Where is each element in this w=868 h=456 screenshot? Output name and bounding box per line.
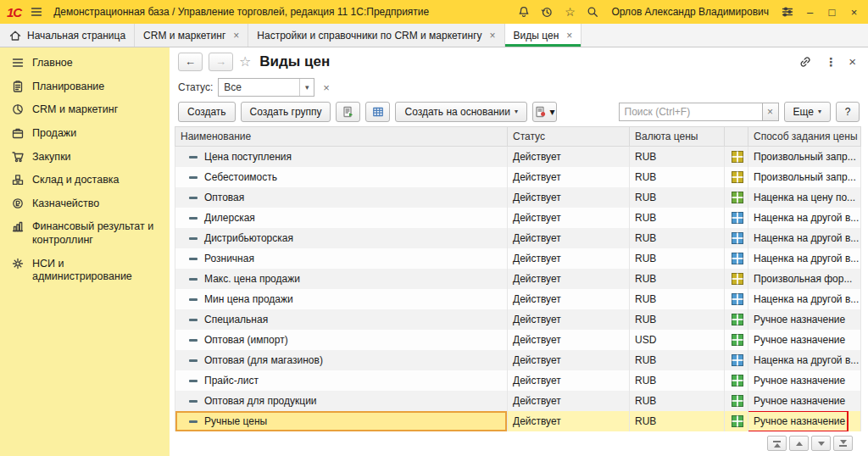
sidebar-item-crm[interactable]: CRM и маркетинг <box>0 98 170 122</box>
table-row[interactable]: Оптовая (для магазинов) Действует RUB На… <box>175 350 861 370</box>
sidebar-item-finance[interactable]: Финансовый результат и контроллинг <box>0 215 170 252</box>
create-based-on-button[interactable]: Создать на основании ▾ <box>395 102 527 122</box>
scroll-down-button[interactable] <box>811 436 831 451</box>
output-list-button[interactable] <box>336 102 360 122</box>
maximize-button[interactable]: □ <box>825 6 839 19</box>
price-type-status: Действует <box>508 350 630 370</box>
search-input[interactable] <box>619 103 763 121</box>
history-icon[interactable] <box>539 4 554 19</box>
tab-close-icon[interactable]: × <box>566 30 572 42</box>
table-row[interactable]: Дистрибьюторская Действует RUB Наценка н… <box>175 228 861 248</box>
tab-3[interactable]: Виды цен × <box>505 24 582 47</box>
table-row[interactable]: Ручные цены Действует RUB Ручное назначе… <box>175 411 861 431</box>
table-row[interactable]: Прайс-лист Действует RUB Ручное назначен… <box>175 370 861 391</box>
tab-0[interactable]: Начальная страница <box>0 24 135 47</box>
close-window-button[interactable]: × <box>847 6 861 19</box>
more-button[interactable]: Еще ▾ <box>784 102 831 122</box>
sidebar-item-treasury[interactable]: Казначейство <box>0 192 170 216</box>
sidebar-item-menu[interactable]: Главное <box>0 52 170 75</box>
price-type-method: Наценка на другой в... <box>754 212 859 224</box>
finance-icon <box>11 220 25 233</box>
favorites-icon[interactable]: ☆ <box>562 4 577 19</box>
sidebar-item-sales[interactable]: Продажи <box>0 122 170 146</box>
status-filter-label: Статус: <box>178 81 213 93</box>
price-type-status: Действует <box>508 370 630 391</box>
price-type-status: Действует <box>508 330 630 350</box>
main-content: ← → ☆ Виды цен ⋮ × Статус: Все ▾ × Созда… <box>170 47 868 456</box>
tab-2[interactable]: Настройки и справочники по CRM и маркети… <box>248 24 504 47</box>
price-type-name: Макс. цена продажи <box>204 273 300 285</box>
table-row[interactable]: Розничная Действует RUB Наценка на друго… <box>175 248 861 269</box>
price-type-status: Действует <box>508 289 630 309</box>
list-scroll-nav <box>767 436 853 451</box>
column-header-status[interactable]: Статус <box>508 127 630 147</box>
table-header-row: Наименование Статус Валюта цены Способ з… <box>175 127 861 147</box>
column-header-currency[interactable]: Валюта цены <box>630 127 725 147</box>
notifications-icon[interactable] <box>516 4 531 19</box>
table-row[interactable]: Оптовая для продукции Действует RUB Ручн… <box>175 391 861 411</box>
close-form-icon[interactable]: × <box>849 54 856 69</box>
table-row[interactable]: Макс. цена продажи Действует RUB Произво… <box>175 269 861 289</box>
reports-dropdown-button[interactable]: ▾ <box>532 102 557 122</box>
status-filter-combobox[interactable]: Все ▾ <box>218 78 314 97</box>
item-dash-icon <box>189 217 198 220</box>
create-button[interactable]: Создать <box>178 102 236 122</box>
list-settings-button[interactable] <box>365 102 390 122</box>
create-group-button[interactable]: Создать группу <box>241 102 331 122</box>
help-button[interactable]: ? <box>836 102 860 122</box>
price-type-name: Себестоимость <box>204 171 277 183</box>
main-menu-icon[interactable] <box>29 4 44 19</box>
current-user[interactable]: Орлов Александр Владимирович <box>611 6 769 18</box>
tab-close-icon[interactable]: × <box>233 30 239 42</box>
settings-sliders-icon[interactable] <box>780 4 795 19</box>
item-dash-icon <box>189 258 198 260</box>
planning-icon <box>11 80 25 93</box>
sidebar-item-admin[interactable]: НСИ и администрирование <box>0 253 170 289</box>
table-row[interactable]: Оптовая (импорт) Действует USD Ручное на… <box>175 330 861 350</box>
status-filter-clear-icon[interactable]: × <box>320 81 333 94</box>
minimize-button[interactable]: – <box>803 6 817 19</box>
method-icon <box>732 151 743 163</box>
price-types-table: Наименование Статус Валюта цены Способ з… <box>175 126 861 431</box>
table-row[interactable]: Цена поступления Действует RUB Произволь… <box>175 147 861 168</box>
price-type-status: Действует <box>508 167 630 187</box>
tab-close-icon[interactable]: × <box>490 30 496 42</box>
tab-1[interactable]: CRM и маркетинг × <box>135 24 248 47</box>
get-link-icon[interactable] <box>798 54 813 70</box>
search-clear-icon[interactable]: × <box>763 103 779 121</box>
table-row[interactable]: Дилерская Действует RUB Наценка на друго… <box>175 208 861 228</box>
scroll-top-button[interactable] <box>767 436 787 451</box>
price-type-currency: RUB <box>630 187 725 208</box>
price-type-method: Наценка на другой в... <box>754 293 859 305</box>
sidebar-item-warehouse[interactable]: Склад и доставка <box>0 169 170 192</box>
status-filter-row: Статус: Все ▾ × <box>170 76 868 98</box>
forward-button[interactable]: → <box>209 53 233 71</box>
price-type-currency: RUB <box>630 350 725 370</box>
top-bar: 1С Демонстрационная база / Управление то… <box>0 0 868 24</box>
scroll-up-button[interactable] <box>789 436 809 451</box>
item-dash-icon <box>189 359 198 362</box>
column-header-name[interactable]: Наименование <box>175 127 508 147</box>
table-row[interactable]: Оптовая Действует RUB Наценка на цену по… <box>175 187 861 208</box>
price-type-method: Ручное назначение <box>754 334 845 346</box>
column-header-method[interactable]: Способ задания цены <box>748 127 861 147</box>
method-icon <box>732 375 743 386</box>
method-icon <box>732 273 743 285</box>
table-row[interactable]: Себестоимость Действует RUB Произвольный… <box>175 167 861 187</box>
price-type-name: Розничная <box>204 253 254 264</box>
column-header-method-icon[interactable] <box>725 127 748 147</box>
scroll-bottom-button[interactable] <box>833 436 853 451</box>
sidebar-item-purchases[interactable]: Закупки <box>0 146 170 170</box>
global-search-icon[interactable] <box>585 4 600 19</box>
method-icon <box>732 171 743 183</box>
back-button[interactable]: ← <box>178 53 203 71</box>
more-actions-icon[interactable]: ⋮ <box>825 55 837 69</box>
table-row[interactable]: Мин цена продажи Действует RUB Наценка н… <box>175 289 861 309</box>
sidebar-item-planning[interactable]: Планирование <box>0 75 170 99</box>
favorite-star-icon[interactable]: ☆ <box>239 53 251 70</box>
table-row[interactable]: Специальная Действует RUB Ручное назначе… <box>175 309 861 330</box>
price-type-method: Наценка на другой в... <box>754 232 859 244</box>
method-icon <box>732 253 743 264</box>
combo-dropdown-icon[interactable]: ▾ <box>299 79 314 96</box>
price-type-name: Оптовая (для магазинов) <box>204 354 323 366</box>
